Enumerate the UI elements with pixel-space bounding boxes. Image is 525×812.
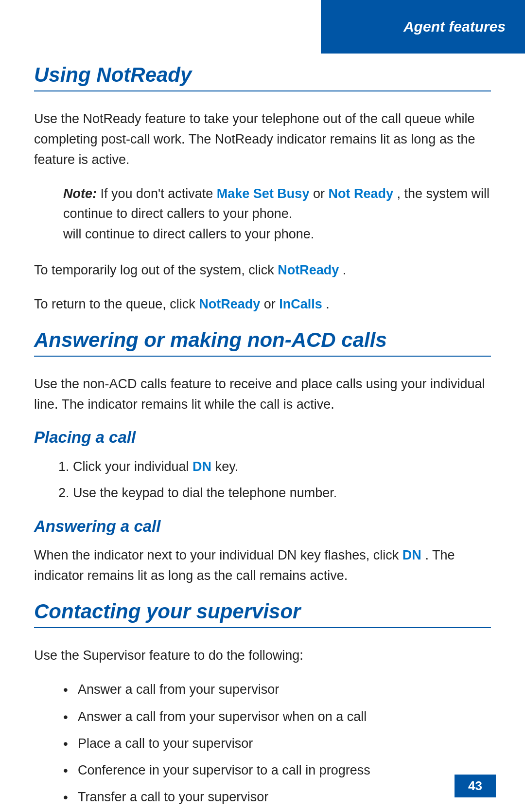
answering-non-acd-heading-block: Answering or making non-ACD calls: [34, 328, 491, 357]
sub-section-answering-call: Answering a call When the indicator next…: [34, 517, 491, 586]
answering-call-dn-link: DN: [402, 548, 421, 562]
notready-body2-prefix: To temporarily log out of the system, cl…: [34, 263, 278, 277]
bullet-text-3: Place a call to your supervisor: [78, 736, 253, 751]
header-title: Agent features: [403, 18, 506, 35]
bullet-item-1: Answer a call from your supervisor: [63, 679, 491, 700]
notready-body2-suffix: .: [343, 263, 347, 277]
bullet-item-5: Transfer a call to your supervisor: [63, 787, 491, 808]
section-contacting-supervisor: Contacting your supervisor Use the Super…: [34, 600, 491, 808]
step1-dn-link: DN: [192, 459, 211, 474]
note-link-make-set-busy: Make Set Busy: [217, 186, 310, 201]
step1-prefix: Click your individual: [73, 459, 192, 474]
bullet-item-3: Place a call to your supervisor: [63, 733, 491, 754]
page-number-text: 43: [468, 778, 482, 793]
notready-body3: To return to the queue, click NotReady o…: [34, 294, 491, 315]
using-notready-body1: Use the NotReady feature to take your te…: [34, 109, 491, 170]
supervisor-bullet-list: Answer a call from your supervisor Answe…: [63, 679, 491, 808]
note-text1: If you don't activate: [101, 186, 217, 201]
notready-body3-suffix: .: [326, 297, 330, 311]
answering-call-prefix: When the indicator next to your individu…: [34, 548, 402, 562]
bullet-text-2: Answer a call from your supervisor when …: [78, 709, 367, 724]
step1-suffix: key.: [215, 459, 239, 474]
notready-body3-middle: or: [264, 297, 280, 311]
bullet-text-1: Answer a call from your supervisor: [78, 682, 279, 697]
notready-body3-prefix: To return to the queue, click: [34, 297, 199, 311]
answering-non-acd-title: Answering or making non-ACD calls: [34, 328, 491, 352]
notready-link1: NotReady: [278, 263, 339, 277]
bullet-text-4: Conference in your supervisor to a call …: [78, 763, 370, 777]
sub-section-placing-call: Placing a call Click your individual DN …: [34, 428, 491, 503]
answering-non-acd-divider: [34, 356, 491, 357]
note-link-not-ready: Not Ready: [328, 186, 393, 201]
notready-body2: To temporarily log out of the system, cl…: [34, 260, 491, 281]
contacting-supervisor-body1: Use the Supervisor feature to do the fol…: [34, 646, 491, 666]
placing-a-call-title: Placing a call: [34, 428, 491, 447]
note-block: Note: If you don't activate Make Set Bus…: [63, 184, 491, 245]
placing-call-list: Click your individual DN key. Use the ke…: [73, 456, 491, 503]
note-text2: or: [313, 186, 329, 201]
answering-call-body: When the indicator next to your individu…: [34, 545, 491, 586]
section-using-notready: Using NotReady Use the NotReady feature …: [34, 63, 491, 315]
bullet-item-2: Answer a call from your supervisor when …: [63, 706, 491, 727]
contacting-supervisor-title: Contacting your supervisor: [34, 600, 491, 623]
answering-a-call-title: Answering a call: [34, 517, 491, 536]
bullet-text-5: Transfer a call to your supervisor: [78, 790, 268, 804]
contacting-supervisor-heading-block: Contacting your supervisor: [34, 600, 491, 628]
header-bar: Agent features: [321, 0, 525, 54]
answering-non-acd-body1: Use the non-ACD calls feature to receive…: [34, 374, 491, 415]
bullet-item-4: Conference in your supervisor to a call …: [63, 760, 491, 781]
contacting-supervisor-divider: [34, 627, 491, 628]
using-notready-heading-block: Using NotReady: [34, 63, 491, 91]
using-notready-title: Using NotReady: [34, 63, 491, 87]
placing-call-step2: Use the keypad to dial the telephone num…: [73, 483, 491, 504]
notready-link2: NotReady: [199, 297, 260, 311]
incalls-link: InCalls: [279, 297, 322, 311]
section-answering-non-acd: Answering or making non-ACD calls Use th…: [34, 328, 491, 586]
note-continued: will continue to direct callers to your …: [63, 227, 314, 241]
using-notready-divider: [34, 90, 491, 91]
note-label: Note:: [63, 186, 97, 201]
main-content: Using NotReady Use the NotReady feature …: [0, 0, 525, 812]
placing-call-step1: Click your individual DN key.: [73, 456, 491, 477]
step2-text: Use the keypad to dial the telephone num…: [73, 486, 337, 500]
footer-page-number: 43: [455, 775, 496, 797]
